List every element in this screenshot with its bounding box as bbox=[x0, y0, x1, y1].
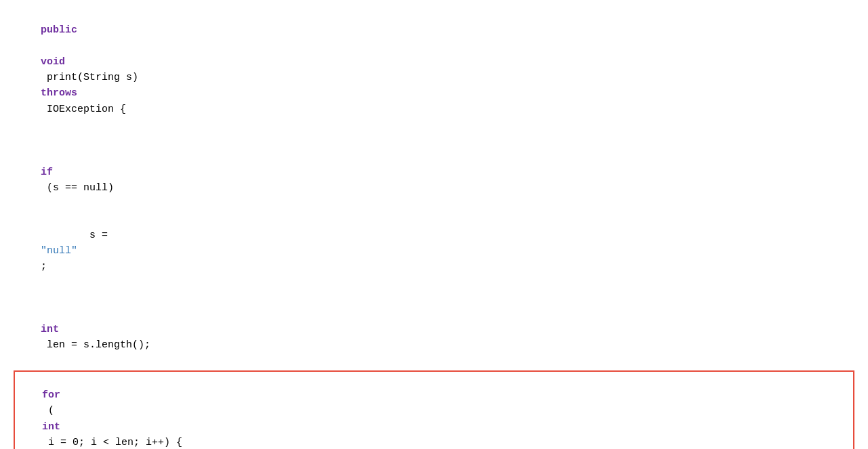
kw-for: for bbox=[42, 389, 60, 401]
kw-void: void bbox=[41, 56, 65, 68]
code-container: public void print(String s) throws IOExc… bbox=[14, 7, 854, 449]
kw-if-1: if bbox=[41, 167, 53, 178]
kw-int-2: int bbox=[42, 421, 60, 433]
line-4: int len = s.length(); bbox=[14, 291, 854, 369]
str-null: "null" bbox=[41, 245, 77, 257]
line-1: public void print(String s) throws IOExc… bbox=[14, 7, 854, 133]
line-5: for ( int i = 0; i < len; i++) { 循环遍历字符串… bbox=[14, 370, 854, 449]
line-3: s = "null" ; bbox=[14, 211, 854, 290]
kw-public: public bbox=[41, 24, 77, 36]
kw-int-1: int bbox=[41, 324, 59, 335]
line-2: if (s == null) bbox=[14, 133, 854, 211]
kw-throws: throws bbox=[41, 87, 77, 99]
